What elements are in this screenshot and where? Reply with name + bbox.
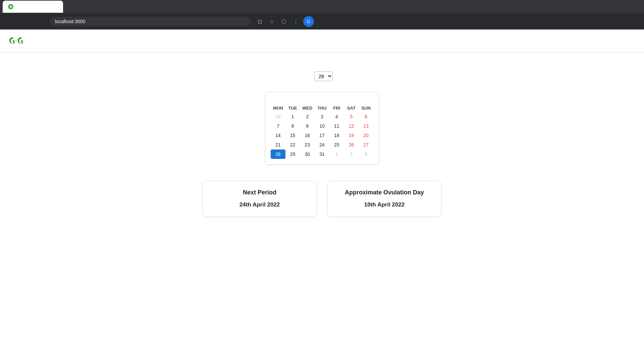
back-button[interactable]	[5, 16, 16, 27]
weekday-sat: SAT	[344, 104, 359, 112]
prev-year-button[interactable]	[271, 98, 275, 99]
ovulation-day-card: Approximate Ovulation Day 10th April 202…	[327, 181, 441, 217]
calendar-row-2: 14151617181920	[271, 131, 373, 140]
calendar-day-2-6[interactable]: 20	[359, 131, 373, 140]
ovulation-label: Approximate Ovulation Day	[344, 189, 425, 196]
calendar-row-0: 28123456	[271, 112, 373, 121]
main-content: 21 22 23 24 25 26 27 28 29 30 31 32 33 3…	[0, 53, 644, 217]
next-period-label: Next Period	[219, 189, 300, 196]
calendar-day-0-0: 28	[271, 112, 285, 121]
prev-month-button[interactable]	[297, 98, 301, 99]
calendar-day-1-4[interactable]: 11	[329, 121, 344, 131]
calendar-day-1-5[interactable]: 12	[344, 121, 359, 131]
calendar-day-0-1[interactable]: 1	[285, 112, 300, 121]
calendar-day-4-5: 2	[344, 149, 359, 159]
results-section: Next Period 24th April 2022 Approximate …	[203, 181, 441, 217]
calendar-day-4-2[interactable]: 30	[300, 149, 315, 159]
app-header	[0, 29, 644, 53]
calendar-day-3-3[interactable]: 24	[315, 140, 329, 149]
ovulation-value: 10th April 2022	[344, 201, 425, 208]
forward-button[interactable]	[20, 16, 31, 27]
calendar-day-0-3[interactable]: 3	[315, 112, 329, 121]
cycle-length-select[interactable]: 21 22 23 24 25 26 27 28 29 30 31 32 33 3…	[314, 71, 333, 81]
next-year-button[interactable]	[369, 98, 373, 99]
weekday-fri: FRI	[329, 104, 344, 112]
gfg-logo-svg	[8, 35, 24, 47]
calendar-day-2-2[interactable]: 16	[300, 131, 315, 140]
calendar-day-3-2[interactable]: 23	[300, 140, 315, 149]
active-tab[interactable]: ⚛	[3, 1, 63, 13]
calendar-day-1-2[interactable]: 9	[300, 121, 315, 131]
calendar-day-4-0[interactable]: 28	[271, 149, 285, 159]
cycle-selector: 21 22 23 24 25 26 27 28 29 30 31 32 33 3…	[312, 71, 333, 81]
calendar-day-2-5[interactable]: 19	[344, 131, 359, 140]
svg-rect-0	[15, 41, 16, 41]
weekday-wed: WED	[300, 104, 315, 112]
calendar-body: 2812345678910111213141516171819202122232…	[271, 112, 373, 159]
bookmark-icon[interactable]: ☆	[267, 17, 276, 26]
calendar-day-4-6: 3	[359, 149, 373, 159]
calendar-day-2-1[interactable]: 15	[285, 131, 300, 140]
page-content: 21 22 23 24 25 26 27 28 29 30 31 32 33 3…	[0, 29, 644, 362]
calendar-day-1-1[interactable]: 8	[285, 121, 300, 131]
tab-close-button[interactable]	[52, 4, 58, 10]
next-period-card: Next Period 24th April 2022	[203, 181, 317, 217]
profile-icon[interactable]: G	[303, 16, 314, 27]
calendar-day-3-4[interactable]: 25	[329, 140, 344, 149]
calendar-grid: MON TUE WED THU FRI SAT SUN 281234567891…	[271, 104, 373, 159]
browser-window: ⚛ ⊡ ☆ ⬡ ⋮ G	[0, 0, 644, 362]
calendar-day-4-4: 1	[329, 149, 344, 159]
browser-menu-icon[interactable]: ⋮	[291, 17, 301, 26]
calendar-header	[271, 98, 373, 99]
weekday-thu: THU	[315, 104, 329, 112]
calendar-row-3: 21222324252627	[271, 140, 373, 149]
tab-favicon: ⚛	[8, 4, 13, 9]
calendar-day-0-4[interactable]: 4	[329, 112, 344, 121]
calendar-day-0-2[interactable]: 2	[300, 112, 315, 121]
weekday-mon: MON	[271, 104, 285, 112]
calendar-day-1-0[interactable]: 7	[271, 121, 285, 131]
tab-bar: ⚛	[0, 0, 644, 13]
calendar-day-1-3[interactable]: 10	[315, 121, 329, 131]
url-input[interactable]	[50, 17, 251, 26]
next-period-value: 24th April 2022	[219, 201, 300, 208]
calendar-container: MON TUE WED THU FRI SAT SUN 281234567891…	[265, 92, 379, 165]
reload-button[interactable]	[35, 16, 46, 27]
calendar-day-2-0[interactable]: 14	[271, 131, 285, 140]
calendar-day-3-5[interactable]: 26	[344, 140, 359, 149]
calendar-day-2-4[interactable]: 18	[329, 131, 344, 140]
calendar-day-0-6[interactable]: 6	[359, 112, 373, 121]
calendar-day-2-3[interactable]: 17	[315, 131, 329, 140]
weekday-header-row: MON TUE WED THU FRI SAT SUN	[271, 104, 373, 112]
calendar-day-1-6[interactable]: 13	[359, 121, 373, 131]
calendar-row-1: 78910111213	[271, 121, 373, 131]
weekday-sun: SUN	[359, 104, 373, 112]
calendar-row-4: 28293031123	[271, 149, 373, 159]
next-month-button[interactable]	[344, 98, 348, 99]
logo	[8, 35, 28, 47]
calendar-day-4-1[interactable]: 29	[285, 149, 300, 159]
extensions-icon[interactable]: ⬡	[279, 17, 288, 26]
cast-icon[interactable]: ⊡	[255, 17, 264, 26]
calendar-day-3-1[interactable]: 22	[285, 140, 300, 149]
calendar-day-4-3[interactable]: 31	[315, 149, 329, 159]
address-icons: ⊡ ☆ ⬡ ⋮ G	[255, 16, 314, 27]
calendar-day-3-0[interactable]: 21	[271, 140, 285, 149]
calendar-day-0-5[interactable]: 5	[344, 112, 359, 121]
calendar-day-3-6[interactable]: 27	[359, 140, 373, 149]
weekday-tue: TUE	[285, 104, 300, 112]
address-bar: ⊡ ☆ ⬡ ⋮ G	[0, 13, 644, 29]
